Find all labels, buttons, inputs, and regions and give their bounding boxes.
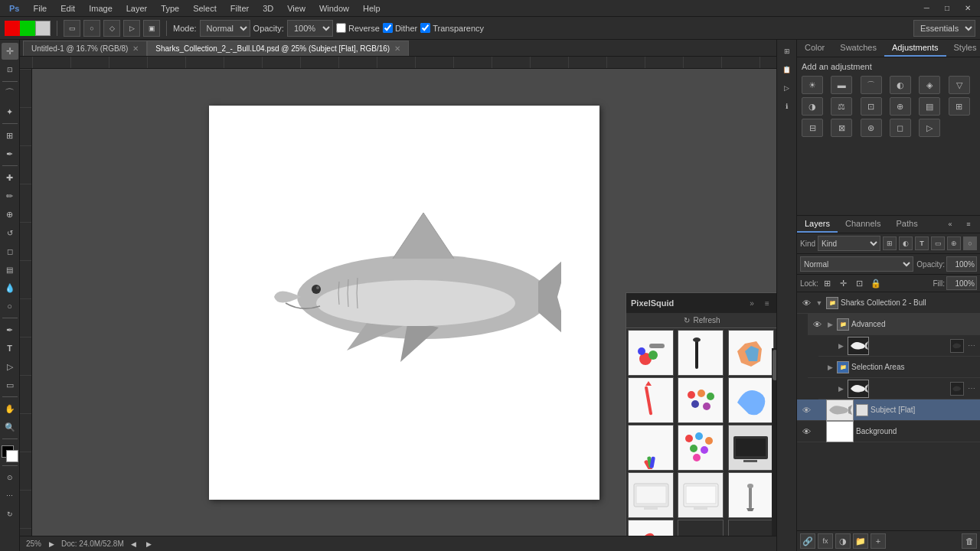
- lock-position-btn[interactable]: ✛: [837, 276, 851, 290]
- lock-artboard-btn[interactable]: ⊡: [853, 276, 867, 290]
- layer-expand-advanced[interactable]: ▶: [825, 320, 835, 329]
- blur-tool[interactable]: 💧: [2, 279, 18, 296]
- delete-layer-btn[interactable]: 🗑: [962, 533, 977, 549]
- pixelsquid-header[interactable]: PixelSquid » ≡: [626, 293, 776, 313]
- menu-ps[interactable]: Ps: [3, 2, 25, 15]
- crop-tool[interactable]: ⊞: [2, 127, 18, 144]
- circle-select-btn[interactable]: ○: [83, 20, 100, 37]
- menu-edit[interactable]: Edit: [54, 2, 81, 15]
- layer-more-shark1[interactable]: ⋯: [966, 341, 977, 351]
- ps-item-12[interactable]: [728, 472, 774, 518]
- filter-adj-btn[interactable]: ◐: [899, 236, 913, 250]
- rotate-view-btn[interactable]: ↻: [2, 506, 18, 523]
- ps-item-15[interactable]: [728, 520, 774, 536]
- history-brush[interactable]: ↺: [2, 224, 18, 241]
- adj-hue[interactable]: ▽: [949, 76, 970, 94]
- opacity-input[interactable]: [946, 256, 977, 272]
- tab-swatches[interactable]: Swatches: [832, 40, 884, 57]
- add-style-btn[interactable]: fx: [818, 533, 833, 549]
- layer-eye-advanced[interactable]: 👁: [811, 318, 823, 331]
- ps-item-8[interactable]: [678, 425, 724, 471]
- filter-pixel-btn[interactable]: ⊞: [883, 236, 897, 250]
- quick-mask-btn[interactable]: ⊙: [2, 469, 18, 486]
- menu-layer[interactable]: Layer: [120, 2, 154, 15]
- ps-item-4[interactable]: [628, 377, 674, 423]
- adj-lookup[interactable]: ▷: [919, 119, 940, 137]
- adj-vibrance[interactable]: ◈: [919, 76, 940, 94]
- tab-layers[interactable]: Layers: [797, 216, 838, 233]
- adj-invert[interactable]: ◻: [890, 119, 911, 137]
- path-select-tool[interactable]: ▷: [2, 358, 18, 375]
- ps-item-2[interactable]: [678, 330, 724, 376]
- extra-tools[interactable]: ⋯: [2, 487, 18, 504]
- layer-background[interactable]: 👁 Background: [797, 421, 980, 442]
- panel-info-btn[interactable]: ℹ: [779, 98, 795, 115]
- new-layer-btn[interactable]: +: [871, 533, 886, 549]
- adj-threshold[interactable]: ⊠: [831, 119, 852, 137]
- adj-selective[interactable]: ⊛: [861, 119, 882, 137]
- transform-tool[interactable]: ⊡: [2, 61, 18, 78]
- ps-item-9[interactable]: [728, 425, 774, 471]
- layer-expand-shark1[interactable]: ▶: [836, 341, 845, 350]
- brush-tool[interactable]: ✏: [2, 187, 18, 204]
- menu-3d[interactable]: 3D: [256, 2, 279, 15]
- hand-tool[interactable]: ✋: [2, 400, 18, 417]
- menu-file[interactable]: File: [27, 2, 53, 15]
- tab-adjustments[interactable]: Adjustments: [884, 40, 946, 57]
- pixelsquid-expand[interactable]: »: [746, 297, 758, 309]
- fill-input[interactable]: [946, 276, 977, 290]
- layer-shark2[interactable]: 👁 ▶ ⋯: [818, 378, 980, 399]
- menu-window[interactable]: Window: [313, 2, 355, 15]
- lock-all-btn[interactable]: 🔒: [869, 276, 883, 290]
- heal-tool[interactable]: ✚: [2, 169, 18, 186]
- adj-levels[interactable]: ▬: [831, 76, 852, 94]
- menu-view[interactable]: View: [281, 2, 312, 15]
- pixelsquid-scrollthumb[interactable]: [773, 350, 776, 380]
- layer-sharks-collection[interactable]: 👁 ▼ 📁 Sharks Collection 2 - Bull: [797, 292, 980, 314]
- lasso-tool[interactable]: ⌒: [2, 85, 18, 102]
- layer-advanced[interactable]: 👁 ▶ 📁 Advanced: [808, 314, 980, 335]
- tab-color[interactable]: Color: [797, 40, 832, 57]
- tab-sharks-close[interactable]: ✕: [394, 44, 400, 53]
- text-tool[interactable]: T: [2, 340, 18, 357]
- menu-type[interactable]: Type: [155, 2, 185, 15]
- canvas-viewport[interactable]: PixelSquid » ≡ ↻ Refresh: [32, 69, 776, 536]
- layer-eye-sharks[interactable]: 👁: [800, 297, 812, 309]
- filter-type-btn[interactable]: T: [915, 236, 929, 250]
- menu-image[interactable]: Image: [83, 2, 119, 15]
- filter-shape-btn[interactable]: ▭: [931, 236, 945, 250]
- adj-balance[interactable]: ⚖: [831, 97, 852, 116]
- adj-brightness[interactable]: ☀: [802, 76, 823, 94]
- clone-tool[interactable]: ⊕: [2, 206, 18, 223]
- reverse-checkbox[interactable]: [336, 23, 346, 33]
- tab-untitled[interactable]: Untitled-1 @ 16.7% (RGB/8) ✕: [23, 41, 147, 56]
- zoom-tool[interactable]: 🔍: [2, 419, 18, 435]
- pixelsquid-refresh[interactable]: ↻ Refresh: [626, 313, 776, 328]
- ps-item-13[interactable]: [628, 520, 674, 536]
- layer-eye-subject[interactable]: 👁: [800, 404, 812, 416]
- ps-item-14[interactable]: [678, 520, 724, 536]
- layer-expand-sharks[interactable]: ▼: [815, 298, 824, 308]
- ps-item-6[interactable]: [728, 377, 774, 423]
- ps-item-10[interactable]: [628, 472, 674, 518]
- layer-eye-bg[interactable]: 👁: [800, 425, 812, 438]
- adj-solid-color[interactable]: ⊞: [949, 97, 970, 116]
- shape-tool[interactable]: ▭: [2, 377, 18, 393]
- adj-photo[interactable]: ⊡: [861, 97, 882, 116]
- layer-expand-selection[interactable]: ▶: [825, 363, 835, 372]
- magic-wand-tool[interactable]: ✦: [2, 103, 18, 120]
- filter-smart-btn[interactable]: ⊕: [947, 236, 961, 250]
- panel-history-btn[interactable]: 📋: [779, 61, 795, 78]
- layers-panel-collapse[interactable]: «: [942, 216, 959, 233]
- shape3-btn[interactable]: ▣: [143, 20, 160, 37]
- layers-filter-select[interactable]: Kind: [818, 236, 880, 251]
- minimize-btn[interactable]: ─: [918, 2, 936, 14]
- panel-actions-btn[interactable]: ▷: [779, 80, 795, 96]
- pixelsquid-scrollbar[interactable]: [772, 348, 776, 536]
- menu-select[interactable]: Select: [187, 2, 223, 15]
- rect-select-btn[interactable]: ▭: [64, 20, 80, 37]
- layer-more-shark2[interactable]: ⋯: [966, 383, 977, 394]
- ps-item-1[interactable]: [628, 330, 674, 376]
- dither-checkbox[interactable]: [383, 23, 393, 33]
- ps-item-7[interactable]: [628, 425, 674, 471]
